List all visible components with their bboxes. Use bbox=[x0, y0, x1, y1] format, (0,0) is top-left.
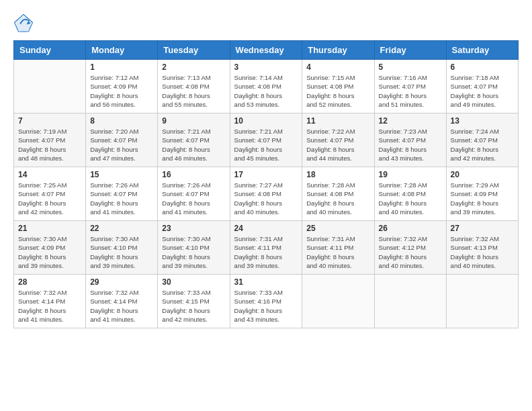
day-cell: 6Sunrise: 7:18 AM Sunset: 4:07 PM Daylig… bbox=[446, 60, 518, 113]
header-tuesday: Tuesday bbox=[158, 41, 230, 60]
calendar-table: SundayMondayTuesdayWednesdayThursdayFrid… bbox=[13, 40, 519, 328]
day-cell: 2Sunrise: 7:13 AM Sunset: 4:08 PM Daylig… bbox=[158, 60, 230, 113]
day-cell: 17Sunrise: 7:27 AM Sunset: 4:08 PM Dayli… bbox=[230, 167, 302, 221]
day-number: 14 bbox=[18, 170, 81, 179]
day-number: 31 bbox=[234, 277, 298, 287]
day-cell: 23Sunrise: 7:30 AM Sunset: 4:10 PM Dayli… bbox=[158, 221, 230, 275]
day-number: 9 bbox=[162, 116, 225, 126]
day-cell bbox=[446, 275, 518, 328]
day-info: Sunrise: 7:30 AM Sunset: 4:09 PM Dayligh… bbox=[18, 234, 81, 270]
day-cell: 9Sunrise: 7:21 AM Sunset: 4:07 PM Daylig… bbox=[158, 113, 230, 167]
day-info: Sunrise: 7:33 AM Sunset: 4:15 PM Dayligh… bbox=[162, 288, 225, 324]
day-cell bbox=[302, 275, 374, 328]
day-cell: 14Sunrise: 7:25 AM Sunset: 4:07 PM Dayli… bbox=[14, 167, 86, 221]
day-info: Sunrise: 7:33 AM Sunset: 4:16 PM Dayligh… bbox=[234, 288, 298, 324]
day-number: 18 bbox=[306, 170, 369, 179]
day-cell: 3Sunrise: 7:14 AM Sunset: 4:08 PM Daylig… bbox=[230, 60, 302, 113]
day-cell: 28Sunrise: 7:32 AM Sunset: 4:14 PM Dayli… bbox=[14, 275, 86, 328]
day-info: Sunrise: 7:30 AM Sunset: 4:10 PM Dayligh… bbox=[90, 234, 153, 270]
day-info: Sunrise: 7:13 AM Sunset: 4:08 PM Dayligh… bbox=[162, 73, 225, 109]
logo-icon bbox=[13, 13, 34, 34]
day-number: 30 bbox=[162, 277, 225, 287]
day-number: 29 bbox=[90, 277, 153, 287]
day-number: 27 bbox=[451, 224, 514, 233]
day-info: Sunrise: 7:31 AM Sunset: 4:11 PM Dayligh… bbox=[306, 234, 369, 270]
day-info: Sunrise: 7:12 AM Sunset: 4:09 PM Dayligh… bbox=[90, 73, 153, 109]
day-number: 8 bbox=[90, 116, 153, 126]
day-number: 7 bbox=[18, 116, 81, 126]
header-sunday: Sunday bbox=[14, 41, 86, 60]
day-info: Sunrise: 7:28 AM Sunset: 4:08 PM Dayligh… bbox=[379, 181, 442, 216]
header-saturday: Saturday bbox=[446, 41, 518, 60]
day-cell: 27Sunrise: 7:32 AM Sunset: 4:13 PM Dayli… bbox=[446, 221, 518, 275]
day-number: 5 bbox=[379, 62, 442, 72]
day-cell: 7Sunrise: 7:19 AM Sunset: 4:07 PM Daylig… bbox=[14, 113, 86, 167]
day-number: 15 bbox=[90, 170, 153, 179]
day-info: Sunrise: 7:14 AM Sunset: 4:08 PM Dayligh… bbox=[234, 73, 298, 109]
day-info: Sunrise: 7:31 AM Sunset: 4:11 PM Dayligh… bbox=[234, 234, 298, 270]
day-cell: 19Sunrise: 7:28 AM Sunset: 4:08 PM Dayli… bbox=[374, 167, 446, 221]
day-info: Sunrise: 7:32 AM Sunset: 4:14 PM Dayligh… bbox=[18, 288, 81, 324]
day-cell: 11Sunrise: 7:22 AM Sunset: 4:07 PM Dayli… bbox=[302, 113, 374, 167]
day-info: Sunrise: 7:15 AM Sunset: 4:08 PM Dayligh… bbox=[306, 73, 369, 109]
day-info: Sunrise: 7:18 AM Sunset: 4:07 PM Dayligh… bbox=[451, 73, 514, 109]
day-info: Sunrise: 7:29 AM Sunset: 4:09 PM Dayligh… bbox=[451, 181, 514, 216]
day-number: 4 bbox=[306, 62, 369, 72]
day-cell: 20Sunrise: 7:29 AM Sunset: 4:09 PM Dayli… bbox=[446, 167, 518, 221]
day-info: Sunrise: 7:16 AM Sunset: 4:07 PM Dayligh… bbox=[379, 73, 442, 109]
day-cell: 4Sunrise: 7:15 AM Sunset: 4:08 PM Daylig… bbox=[302, 60, 374, 113]
day-number: 3 bbox=[234, 62, 298, 72]
day-cell: 12Sunrise: 7:23 AM Sunset: 4:07 PM Dayli… bbox=[374, 113, 446, 167]
day-number: 10 bbox=[234, 116, 298, 126]
day-cell: 8Sunrise: 7:20 AM Sunset: 4:07 PM Daylig… bbox=[86, 113, 158, 167]
day-number: 6 bbox=[451, 62, 514, 72]
day-info: Sunrise: 7:26 AM Sunset: 4:07 PM Dayligh… bbox=[90, 181, 153, 216]
day-cell: 1Sunrise: 7:12 AM Sunset: 4:09 PM Daylig… bbox=[86, 60, 158, 113]
day-cell: 30Sunrise: 7:33 AM Sunset: 4:15 PM Dayli… bbox=[158, 275, 230, 328]
day-number: 17 bbox=[234, 170, 298, 179]
day-cell: 5Sunrise: 7:16 AM Sunset: 4:07 PM Daylig… bbox=[374, 60, 446, 113]
day-cell: 18Sunrise: 7:28 AM Sunset: 4:08 PM Dayli… bbox=[302, 167, 374, 221]
day-info: Sunrise: 7:22 AM Sunset: 4:07 PM Dayligh… bbox=[306, 127, 369, 163]
day-info: Sunrise: 7:25 AM Sunset: 4:07 PM Dayligh… bbox=[18, 181, 81, 216]
day-cell bbox=[14, 60, 86, 113]
day-cell: 16Sunrise: 7:26 AM Sunset: 4:07 PM Dayli… bbox=[158, 167, 230, 221]
day-number: 2 bbox=[162, 62, 225, 72]
day-info: Sunrise: 7:27 AM Sunset: 4:08 PM Dayligh… bbox=[234, 181, 298, 216]
day-info: Sunrise: 7:32 AM Sunset: 4:14 PM Dayligh… bbox=[90, 288, 153, 324]
week-row-1: 1Sunrise: 7:12 AM Sunset: 4:09 PM Daylig… bbox=[14, 60, 519, 113]
day-cell: 22Sunrise: 7:30 AM Sunset: 4:10 PM Dayli… bbox=[86, 221, 158, 275]
day-cell: 25Sunrise: 7:31 AM Sunset: 4:11 PM Dayli… bbox=[302, 221, 374, 275]
day-cell: 21Sunrise: 7:30 AM Sunset: 4:09 PM Dayli… bbox=[14, 221, 86, 275]
day-number: 26 bbox=[379, 224, 442, 233]
day-info: Sunrise: 7:21 AM Sunset: 4:07 PM Dayligh… bbox=[234, 127, 298, 163]
day-info: Sunrise: 7:30 AM Sunset: 4:10 PM Dayligh… bbox=[162, 234, 225, 270]
week-row-3: 14Sunrise: 7:25 AM Sunset: 4:07 PM Dayli… bbox=[14, 167, 519, 221]
day-number: 23 bbox=[162, 224, 225, 233]
day-info: Sunrise: 7:32 AM Sunset: 4:12 PM Dayligh… bbox=[379, 234, 442, 270]
week-row-2: 7Sunrise: 7:19 AM Sunset: 4:07 PM Daylig… bbox=[14, 113, 519, 167]
day-info: Sunrise: 7:20 AM Sunset: 4:07 PM Dayligh… bbox=[90, 127, 153, 163]
day-cell bbox=[374, 275, 446, 328]
day-info: Sunrise: 7:26 AM Sunset: 4:07 PM Dayligh… bbox=[162, 181, 225, 216]
day-cell: 10Sunrise: 7:21 AM Sunset: 4:07 PM Dayli… bbox=[230, 113, 302, 167]
day-number: 19 bbox=[379, 170, 442, 179]
day-info: Sunrise: 7:28 AM Sunset: 4:08 PM Dayligh… bbox=[306, 181, 369, 216]
header-monday: Monday bbox=[86, 41, 158, 60]
day-info: Sunrise: 7:24 AM Sunset: 4:07 PM Dayligh… bbox=[451, 127, 514, 163]
day-cell: 15Sunrise: 7:26 AM Sunset: 4:07 PM Dayli… bbox=[86, 167, 158, 221]
day-number: 21 bbox=[18, 224, 81, 233]
week-row-4: 21Sunrise: 7:30 AM Sunset: 4:09 PM Dayli… bbox=[14, 221, 519, 275]
day-number: 12 bbox=[379, 116, 442, 126]
day-info: Sunrise: 7:32 AM Sunset: 4:13 PM Dayligh… bbox=[451, 234, 514, 270]
day-cell: 26Sunrise: 7:32 AM Sunset: 4:12 PM Dayli… bbox=[374, 221, 446, 275]
logo bbox=[13, 13, 36, 34]
day-number: 22 bbox=[90, 224, 153, 233]
day-number: 11 bbox=[306, 116, 369, 126]
day-cell: 29Sunrise: 7:32 AM Sunset: 4:14 PM Dayli… bbox=[86, 275, 158, 328]
week-row-5: 28Sunrise: 7:32 AM Sunset: 4:14 PM Dayli… bbox=[14, 275, 519, 328]
calendar-header-row: SundayMondayTuesdayWednesdayThursdayFrid… bbox=[14, 41, 519, 60]
page-header bbox=[13, 13, 519, 34]
day-info: Sunrise: 7:21 AM Sunset: 4:07 PM Dayligh… bbox=[162, 127, 225, 163]
day-number: 24 bbox=[234, 224, 298, 233]
